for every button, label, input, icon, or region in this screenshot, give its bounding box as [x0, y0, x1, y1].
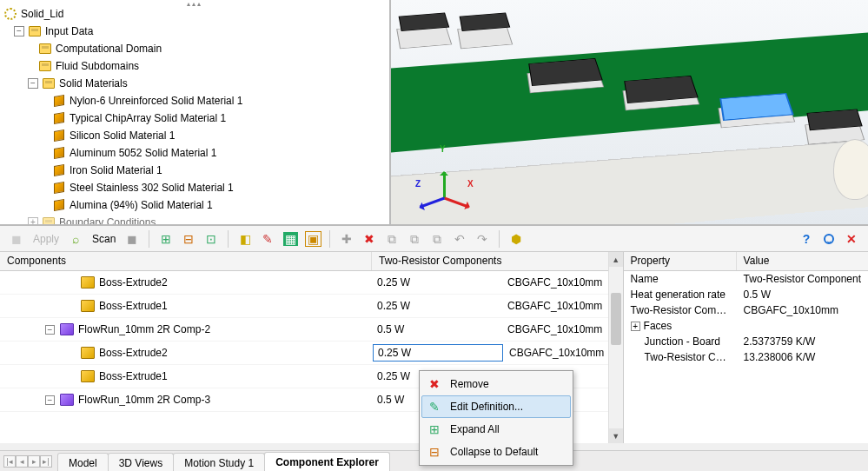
tree-toggle[interactable]: − — [28, 78, 38, 89]
tree-label: Nylon-6 Unreinforced Solid Material 1 — [70, 95, 242, 107]
property-value[interactable] — [737, 325, 868, 327]
row-toggle — [66, 302, 76, 311]
property-value[interactable]: Two-Resistor Component — [737, 272, 868, 286]
vertical-scrollbar[interactable]: ▲ ▼ — [608, 252, 623, 443]
axis-triad[interactable]: Y X Z — [417, 146, 469, 198]
package-button[interactable]: ⬢ — [507, 229, 526, 249]
tab-next-icon[interactable]: ▸ — [28, 455, 40, 468]
property-value[interactable]: CBGAFC_10x10mm — [737, 303, 868, 317]
property-row[interactable]: Two-Resistor ComponentCBGAFC_10x10mm — [624, 302, 868, 318]
property-value[interactable]: 0.5 W — [737, 288, 868, 302]
table-row[interactable]: Boss-Extrude20.25 WCBGAFC_10x10mm — [0, 342, 623, 365]
col-property[interactable]: Property — [624, 252, 737, 270]
chip-component[interactable] — [530, 52, 600, 91]
row-toggle[interactable]: − — [45, 395, 55, 405]
tab-last-icon[interactable]: ▸| — [40, 455, 52, 468]
ctx-remove[interactable]: ✖ Remove — [421, 373, 571, 395]
component-type-cell[interactable]: CBGAFC_10x10mm — [502, 276, 623, 289]
tree-item-computational-domain[interactable]: Computational Domain — [3, 40, 386, 57]
separator — [499, 230, 500, 248]
component-type-cell[interactable]: CBGAFC_10x10mm — [502, 323, 623, 335]
chip-component[interactable] — [461, 9, 508, 35]
scroll-thumb[interactable] — [611, 293, 621, 345]
tree-item-root[interactable]: Solid_Lid — [3, 5, 386, 23]
ctx-edit-definition[interactable]: ✎ Edit Definition... — [421, 395, 571, 418]
tree-label: Iron Solid Material 1 — [70, 164, 162, 176]
ctx-expand-all[interactable]: ⊞ Expand All — [421, 418, 571, 441]
scan-button[interactable]: Scan — [89, 233, 119, 245]
chip-component[interactable] — [400, 9, 447, 35]
chip-component-selected[interactable] — [721, 87, 791, 126]
component-type-cell[interactable]: CBGAFC_10x10mm — [502, 300, 623, 312]
property-value[interactable]: 2.5373759 K/W — [737, 335, 868, 348]
tree-toggle[interactable]: − — [14, 26, 24, 36]
power-cell[interactable]: 0.25 W — [372, 300, 502, 312]
tree-item-material[interactable]: Alumina (94%) Solid Material 1 — [3, 196, 386, 214]
separator — [329, 230, 330, 248]
flow-icon — [60, 394, 74, 406]
tab-motion-study[interactable]: Motion Study 1 — [173, 453, 265, 471]
tree-item-material[interactable]: Silicon Solid Material 1 — [3, 127, 386, 144]
chip-component[interactable] — [626, 70, 695, 109]
col-value[interactable]: Value — [737, 252, 868, 270]
tree-item-fluid-subdomains[interactable]: Fluid Subdomains — [3, 57, 386, 75]
tab-first-icon[interactable]: |◂ — [3, 455, 16, 468]
row-toggle[interactable]: − — [45, 325, 55, 335]
tree-item-material[interactable]: Aluminum 5052 Solid Material 1 — [3, 144, 386, 162]
panel-drag-handle[interactable]: ▴▴▴ — [187, 0, 202, 8]
tree-item-material[interactable]: Iron Solid Material 1 — [3, 162, 386, 179]
tree-item-input-data[interactable]: − Input Data — [3, 23, 386, 40]
component-name: Boss-Extrude1 — [99, 300, 168, 312]
tree-item-material[interactable]: Typical ChipArray Solid Material 1 — [3, 109, 386, 127]
property-value[interactable]: 13.238006 K/W — [737, 350, 868, 364]
property-row[interactable]: Junction - Board2.5373759 K/W — [624, 334, 868, 349]
expander-icon[interactable]: + — [631, 322, 640, 331]
tree-tool-1[interactable]: ⊞ — [156, 229, 176, 249]
tab-prev-icon[interactable]: ◂ — [16, 455, 28, 468]
help-button[interactable]: ? — [797, 229, 816, 249]
chip-component[interactable] — [808, 104, 860, 135]
filter-3[interactable]: ▦ — [281, 229, 300, 249]
close-panel-button[interactable]: ✕ — [842, 229, 861, 249]
tree-toggle[interactable]: + — [28, 217, 38, 224]
table-row[interactable]: Boss-Extrude10.25 WCBGAFC_10x10mm — [0, 295, 623, 318]
scan-icon[interactable]: ⌕ — [66, 229, 85, 249]
power-cell[interactable]: 0.25 W — [372, 276, 502, 289]
component-type-cell[interactable]: CBGAFC_10x10mm — [504, 347, 623, 359]
3d-viewport[interactable]: Y X Z — [391, 0, 868, 224]
tab-model[interactable]: Model — [57, 453, 109, 471]
tab-3d-views[interactable]: 3D Views — [108, 453, 174, 471]
scroll-up-icon[interactable]: ▲ — [609, 252, 623, 267]
property-row[interactable]: Two-Resistor Compone13.238006 K/W — [624, 349, 868, 365]
tree-tool-3[interactable]: ⊡ — [202, 229, 221, 249]
table-row[interactable]: Boss-Extrude20.25 WCBGAFC_10x10mm — [0, 271, 623, 295]
tab-component-explorer[interactable]: Component Explorer — [264, 452, 390, 471]
collapse-panel-button[interactable]: ⌄ — [819, 229, 838, 249]
cube-icon — [52, 129, 66, 143]
filter-4[interactable]: ▣ — [303, 229, 322, 249]
tree-item-material[interactable]: Steel Stainless 302 Solid Material 1 — [3, 179, 386, 196]
power-cell[interactable]: 0.5 W — [372, 323, 502, 335]
scroll-down-icon[interactable]: ▼ — [609, 428, 623, 443]
property-row[interactable]: NameTwo-Resistor Component — [624, 271, 868, 287]
scroll-track[interactable] — [609, 267, 623, 428]
filter-2[interactable]: ✎ — [258, 229, 277, 249]
property-body[interactable]: NameTwo-Resistor ComponentHeat generatio… — [624, 271, 868, 365]
delete-button[interactable]: ✖ — [360, 229, 379, 249]
tree-item-boundary[interactable]: + Boundary Conditions — [3, 214, 386, 224]
col-components[interactable]: Components — [0, 252, 372, 270]
tree-item-material[interactable]: Nylon-6 Unreinforced Solid Material 1 — [3, 92, 386, 109]
tree-tool-2[interactable]: ⊟ — [179, 229, 198, 249]
feature-tree[interactable]: Solid_Lid − Input Data Computational Dom… — [0, 0, 389, 224]
tree-item-solid-materials[interactable]: − Solid Materials — [3, 75, 386, 92]
component-name: Boss-Extrude1 — [99, 370, 168, 382]
power-cell[interactable]: 0.25 W — [373, 344, 503, 362]
ctx-collapse-default[interactable]: ⊟ Collapse to Default — [421, 441, 571, 463]
filter-1[interactable]: ◧ — [235, 229, 255, 249]
mouse-object[interactable] — [833, 139, 868, 200]
property-row[interactable]: +Faces — [624, 318, 868, 334]
col-two-resistor[interactable]: Two-Resistor Components — [372, 252, 623, 270]
tree-label: Steel Stainless 302 Solid Material 1 — [70, 182, 234, 194]
table-row[interactable]: −FlowRun_10mm 2R Comp-20.5 WCBGAFC_10x10… — [0, 318, 623, 342]
property-row[interactable]: Heat generation rate0.5 W — [624, 287, 868, 302]
